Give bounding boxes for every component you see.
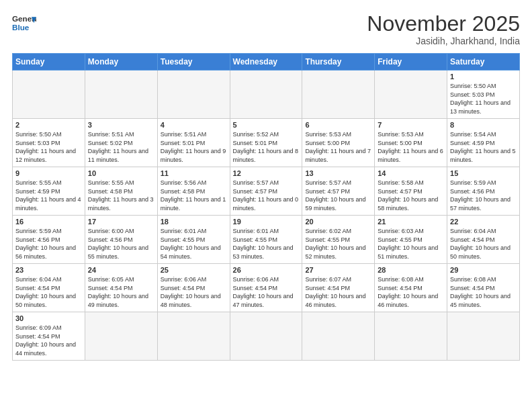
day-info: Sunrise: 6:08 AM Sunset: 4:54 PM Dayligh… bbox=[378, 275, 444, 309]
day-info: Sunrise: 6:04 AM Sunset: 4:54 PM Dayligh… bbox=[450, 227, 517, 261]
day-number: 17 bbox=[88, 218, 154, 226]
calendar-cell bbox=[13, 71, 85, 119]
day-number: 11 bbox=[161, 169, 227, 177]
day-info: Sunrise: 5:57 AM Sunset: 4:57 PM Dayligh… bbox=[305, 179, 371, 212]
calendar-cell bbox=[230, 312, 302, 360]
calendar-cell: 1Sunrise: 5:50 AM Sunset: 5:03 PM Daylig… bbox=[447, 71, 520, 119]
weekday-header-row: SundayMondayTuesdayWednesdayThursdayFrid… bbox=[13, 54, 520, 71]
day-info: Sunrise: 6:08 AM Sunset: 4:54 PM Dayligh… bbox=[450, 275, 517, 309]
calendar-cell: 10Sunrise: 5:55 AM Sunset: 4:58 PM Dayli… bbox=[85, 167, 157, 216]
day-info: Sunrise: 5:55 AM Sunset: 4:59 PM Dayligh… bbox=[15, 179, 82, 212]
calendar-cell: 6Sunrise: 5:53 AM Sunset: 5:00 PM Daylig… bbox=[302, 119, 375, 167]
calendar-cell: 8Sunrise: 5:54 AM Sunset: 4:59 PM Daylig… bbox=[447, 119, 520, 167]
calendar-week-row: 1Sunrise: 5:50 AM Sunset: 5:03 PM Daylig… bbox=[13, 71, 520, 119]
weekday-header-friday: Friday bbox=[375, 54, 447, 71]
calendar-cell: 9Sunrise: 5:55 AM Sunset: 4:59 PM Daylig… bbox=[13, 167, 85, 216]
calendar-cell bbox=[302, 312, 375, 360]
calendar-cell: 2Sunrise: 5:50 AM Sunset: 5:03 PM Daylig… bbox=[13, 119, 85, 167]
day-number: 4 bbox=[161, 121, 227, 129]
day-number: 25 bbox=[161, 266, 227, 274]
calendar-cell bbox=[375, 312, 447, 360]
day-info: Sunrise: 6:03 AM Sunset: 4:55 PM Dayligh… bbox=[378, 227, 444, 261]
day-info: Sunrise: 5:52 AM Sunset: 5:01 PM Dayligh… bbox=[233, 130, 300, 164]
calendar-cell: 15Sunrise: 5:59 AM Sunset: 4:56 PM Dayli… bbox=[447, 167, 520, 216]
day-info: Sunrise: 5:51 AM Sunset: 5:02 PM Dayligh… bbox=[88, 130, 154, 164]
day-info: Sunrise: 5:53 AM Sunset: 5:00 PM Dayligh… bbox=[378, 130, 444, 164]
day-number: 21 bbox=[378, 218, 444, 226]
calendar-cell: 26Sunrise: 6:06 AM Sunset: 4:54 PM Dayli… bbox=[230, 264, 302, 312]
calendar-cell: 14Sunrise: 5:58 AM Sunset: 4:57 PM Dayli… bbox=[375, 167, 447, 216]
day-number: 9 bbox=[15, 169, 82, 177]
day-number: 16 bbox=[15, 218, 82, 226]
day-info: Sunrise: 5:58 AM Sunset: 4:57 PM Dayligh… bbox=[378, 179, 444, 212]
calendar-cell: 29Sunrise: 6:08 AM Sunset: 4:54 PM Dayli… bbox=[447, 264, 520, 312]
calendar-cell: 5Sunrise: 5:52 AM Sunset: 5:01 PM Daylig… bbox=[230, 119, 302, 167]
day-number: 5 bbox=[233, 121, 300, 129]
calendar-cell: 18Sunrise: 6:01 AM Sunset: 4:55 PM Dayli… bbox=[157, 216, 230, 264]
calendar-cell: 7Sunrise: 5:53 AM Sunset: 5:00 PM Daylig… bbox=[375, 119, 447, 167]
calendar-cell: 16Sunrise: 5:59 AM Sunset: 4:56 PM Dayli… bbox=[13, 216, 85, 264]
header: General Blue November 2025 Jasidih, Jhar… bbox=[12, 12, 520, 46]
logo: General Blue bbox=[12, 12, 36, 36]
calendar-cell bbox=[302, 71, 375, 119]
weekday-header-thursday: Thursday bbox=[302, 54, 375, 71]
calendar-table: SundayMondayTuesdayWednesdayThursdayFrid… bbox=[12, 53, 520, 360]
day-number: 13 bbox=[305, 169, 371, 177]
calendar-week-row: 16Sunrise: 5:59 AM Sunset: 4:56 PM Dayli… bbox=[13, 216, 520, 264]
day-number: 7 bbox=[378, 121, 444, 129]
day-info: Sunrise: 5:53 AM Sunset: 5:00 PM Dayligh… bbox=[305, 130, 371, 164]
calendar-cell bbox=[85, 312, 157, 360]
day-info: Sunrise: 5:50 AM Sunset: 5:03 PM Dayligh… bbox=[15, 130, 82, 164]
calendar-cell bbox=[447, 312, 520, 360]
day-info: Sunrise: 6:01 AM Sunset: 4:55 PM Dayligh… bbox=[233, 227, 300, 261]
day-number: 18 bbox=[161, 218, 227, 226]
day-info: Sunrise: 5:54 AM Sunset: 4:59 PM Dayligh… bbox=[450, 130, 517, 164]
calendar-week-row: 23Sunrise: 6:04 AM Sunset: 4:54 PM Dayli… bbox=[13, 264, 520, 312]
calendar-cell: 13Sunrise: 5:57 AM Sunset: 4:57 PM Dayli… bbox=[302, 167, 375, 216]
day-info: Sunrise: 5:50 AM Sunset: 5:03 PM Dayligh… bbox=[450, 82, 517, 116]
day-info: Sunrise: 6:06 AM Sunset: 4:54 PM Dayligh… bbox=[233, 275, 300, 309]
day-info: Sunrise: 6:02 AM Sunset: 4:55 PM Dayligh… bbox=[305, 227, 371, 261]
day-number: 19 bbox=[233, 218, 300, 226]
calendar-cell: 19Sunrise: 6:01 AM Sunset: 4:55 PM Dayli… bbox=[230, 216, 302, 264]
day-number: 22 bbox=[450, 218, 517, 226]
day-number: 26 bbox=[233, 266, 300, 274]
day-number: 12 bbox=[233, 169, 300, 177]
day-number: 2 bbox=[15, 121, 82, 129]
day-number: 10 bbox=[88, 169, 154, 177]
day-info: Sunrise: 5:51 AM Sunset: 5:01 PM Dayligh… bbox=[161, 130, 227, 164]
calendar-week-row: 9Sunrise: 5:55 AM Sunset: 4:59 PM Daylig… bbox=[13, 167, 520, 216]
calendar-cell: 27Sunrise: 6:07 AM Sunset: 4:54 PM Dayli… bbox=[302, 264, 375, 312]
calendar-cell bbox=[85, 71, 157, 119]
calendar-cell: 4Sunrise: 5:51 AM Sunset: 5:01 PM Daylig… bbox=[157, 119, 230, 167]
calendar-week-row: 2Sunrise: 5:50 AM Sunset: 5:03 PM Daylig… bbox=[13, 119, 520, 167]
calendar-cell: 21Sunrise: 6:03 AM Sunset: 4:55 PM Dayli… bbox=[375, 216, 447, 264]
calendar-cell: 20Sunrise: 6:02 AM Sunset: 4:55 PM Dayli… bbox=[302, 216, 375, 264]
day-number: 24 bbox=[88, 266, 154, 274]
day-info: Sunrise: 6:00 AM Sunset: 4:56 PM Dayligh… bbox=[88, 227, 154, 261]
calendar-cell: 28Sunrise: 6:08 AM Sunset: 4:54 PM Dayli… bbox=[375, 264, 447, 312]
calendar-cell: 24Sunrise: 6:05 AM Sunset: 4:54 PM Dayli… bbox=[85, 264, 157, 312]
day-info: Sunrise: 5:56 AM Sunset: 4:58 PM Dayligh… bbox=[161, 179, 227, 212]
calendar-cell: 3Sunrise: 5:51 AM Sunset: 5:02 PM Daylig… bbox=[85, 119, 157, 167]
weekday-header-wednesday: Wednesday bbox=[230, 54, 302, 71]
calendar-cell bbox=[157, 71, 230, 119]
calendar-cell: 25Sunrise: 6:06 AM Sunset: 4:54 PM Dayli… bbox=[157, 264, 230, 312]
subtitle: Jasidih, Jharkhand, India bbox=[367, 36, 520, 46]
day-info: Sunrise: 6:01 AM Sunset: 4:55 PM Dayligh… bbox=[161, 227, 227, 261]
calendar-cell: 23Sunrise: 6:04 AM Sunset: 4:54 PM Dayli… bbox=[13, 264, 85, 312]
day-number: 3 bbox=[88, 121, 154, 129]
calendar-page: General Blue November 2025 Jasidih, Jhar… bbox=[0, 0, 532, 411]
day-info: Sunrise: 6:05 AM Sunset: 4:54 PM Dayligh… bbox=[88, 275, 154, 309]
calendar-cell bbox=[230, 71, 302, 119]
calendar-cell: 30Sunrise: 6:09 AM Sunset: 4:54 PM Dayli… bbox=[13, 312, 85, 360]
day-number: 8 bbox=[450, 121, 517, 129]
svg-text:Blue: Blue bbox=[12, 23, 30, 32]
day-number: 23 bbox=[15, 266, 82, 274]
weekday-header-saturday: Saturday bbox=[447, 54, 520, 71]
day-number: 28 bbox=[378, 266, 444, 274]
calendar-cell: 17Sunrise: 6:00 AM Sunset: 4:56 PM Dayli… bbox=[85, 216, 157, 264]
day-number: 15 bbox=[450, 169, 517, 177]
day-number: 1 bbox=[450, 73, 517, 81]
weekday-header-sunday: Sunday bbox=[13, 54, 85, 71]
